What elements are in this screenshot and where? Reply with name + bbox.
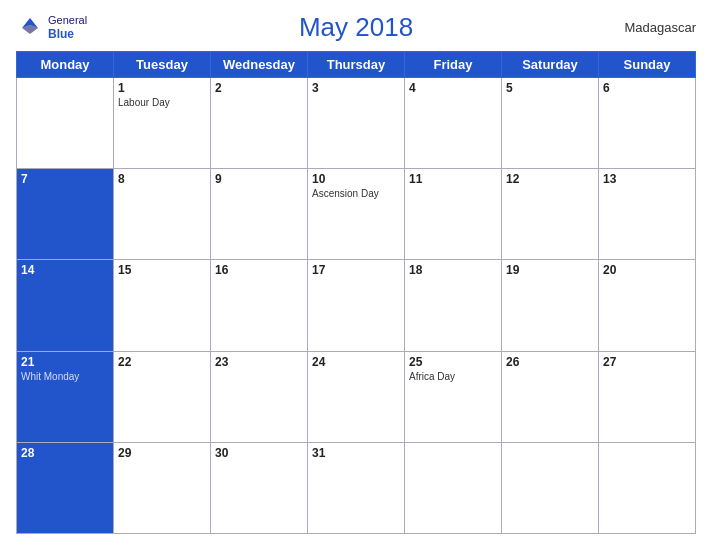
day-number: 18	[409, 263, 497, 277]
calendar-page: General Blue May 2018 Madagascar Monday …	[0, 0, 712, 550]
calendar-cell	[502, 442, 599, 533]
header-wednesday: Wednesday	[211, 52, 308, 78]
calendar-cell	[599, 442, 696, 533]
day-number: 13	[603, 172, 691, 186]
logo-icon	[16, 14, 44, 42]
day-number: 10	[312, 172, 400, 186]
calendar-cell: 1Labour Day	[114, 78, 211, 169]
calendar-cell: 19	[502, 260, 599, 351]
calendar-cell: 18	[405, 260, 502, 351]
calendar-cell: 21Whit Monday	[17, 351, 114, 442]
day-number: 20	[603, 263, 691, 277]
calendar-cell: 24	[308, 351, 405, 442]
header-sunday: Sunday	[599, 52, 696, 78]
country-label: Madagascar	[624, 20, 696, 35]
logo: General Blue	[16, 14, 87, 42]
calendar-cell: 29	[114, 442, 211, 533]
day-number: 21	[21, 355, 109, 369]
week-row: 28293031	[17, 442, 696, 533]
day-number: 27	[603, 355, 691, 369]
calendar-cell: 7	[17, 169, 114, 260]
day-number: 1	[118, 81, 206, 95]
day-number: 4	[409, 81, 497, 95]
calendar-cell	[405, 442, 502, 533]
calendar-cell: 2	[211, 78, 308, 169]
calendar-cell: 20	[599, 260, 696, 351]
calendar-cell: 28	[17, 442, 114, 533]
holiday-label: Africa Day	[409, 371, 497, 383]
day-number: 5	[506, 81, 594, 95]
calendar-cell: 15	[114, 260, 211, 351]
day-number: 31	[312, 446, 400, 460]
holiday-label: Labour Day	[118, 97, 206, 109]
calendar-cell: 22	[114, 351, 211, 442]
day-number: 23	[215, 355, 303, 369]
day-number: 9	[215, 172, 303, 186]
day-number: 22	[118, 355, 206, 369]
day-number: 2	[215, 81, 303, 95]
header-tuesday: Tuesday	[114, 52, 211, 78]
calendar-header: General Blue May 2018 Madagascar	[16, 12, 696, 43]
calendar-cell: 30	[211, 442, 308, 533]
day-number: 17	[312, 263, 400, 277]
day-number: 24	[312, 355, 400, 369]
week-row: 1Labour Day23456	[17, 78, 696, 169]
week-row: 14151617181920	[17, 260, 696, 351]
calendar-cell: 26	[502, 351, 599, 442]
calendar-cell: 27	[599, 351, 696, 442]
header-thursday: Thursday	[308, 52, 405, 78]
day-number: 11	[409, 172, 497, 186]
day-number: 15	[118, 263, 206, 277]
day-number: 25	[409, 355, 497, 369]
calendar-cell: 12	[502, 169, 599, 260]
calendar-cell: 11	[405, 169, 502, 260]
calendar-cell: 6	[599, 78, 696, 169]
header-friday: Friday	[405, 52, 502, 78]
calendar-cell: 3	[308, 78, 405, 169]
day-number: 16	[215, 263, 303, 277]
calendar-cell: 8	[114, 169, 211, 260]
day-number: 7	[21, 172, 109, 186]
day-number: 19	[506, 263, 594, 277]
calendar-cell: 10Ascension Day	[308, 169, 405, 260]
day-number: 30	[215, 446, 303, 460]
day-number: 3	[312, 81, 400, 95]
day-number: 12	[506, 172, 594, 186]
calendar-cell	[17, 78, 114, 169]
day-number: 29	[118, 446, 206, 460]
day-number: 14	[21, 263, 109, 277]
header-saturday: Saturday	[502, 52, 599, 78]
calendar-cell: 4	[405, 78, 502, 169]
holiday-label: Whit Monday	[21, 371, 109, 383]
calendar-cell: 31	[308, 442, 405, 533]
calendar-cell: 17	[308, 260, 405, 351]
day-number: 6	[603, 81, 691, 95]
day-number: 8	[118, 172, 206, 186]
calendar-cell: 9	[211, 169, 308, 260]
holiday-label: Ascension Day	[312, 188, 400, 200]
calendar-table: Monday Tuesday Wednesday Thursday Friday…	[16, 51, 696, 534]
week-row: 78910Ascension Day111213	[17, 169, 696, 260]
week-row: 21Whit Monday22232425Africa Day2627	[17, 351, 696, 442]
calendar-cell: 23	[211, 351, 308, 442]
calendar-cell: 14	[17, 260, 114, 351]
header-monday: Monday	[17, 52, 114, 78]
weekday-header-row: Monday Tuesday Wednesday Thursday Friday…	[17, 52, 696, 78]
logo-text: General Blue	[48, 14, 87, 42]
calendar-cell: 16	[211, 260, 308, 351]
day-number: 26	[506, 355, 594, 369]
day-number: 28	[21, 446, 109, 460]
calendar-cell: 5	[502, 78, 599, 169]
calendar-title: May 2018	[299, 12, 413, 43]
calendar-cell: 25Africa Day	[405, 351, 502, 442]
calendar-cell: 13	[599, 169, 696, 260]
